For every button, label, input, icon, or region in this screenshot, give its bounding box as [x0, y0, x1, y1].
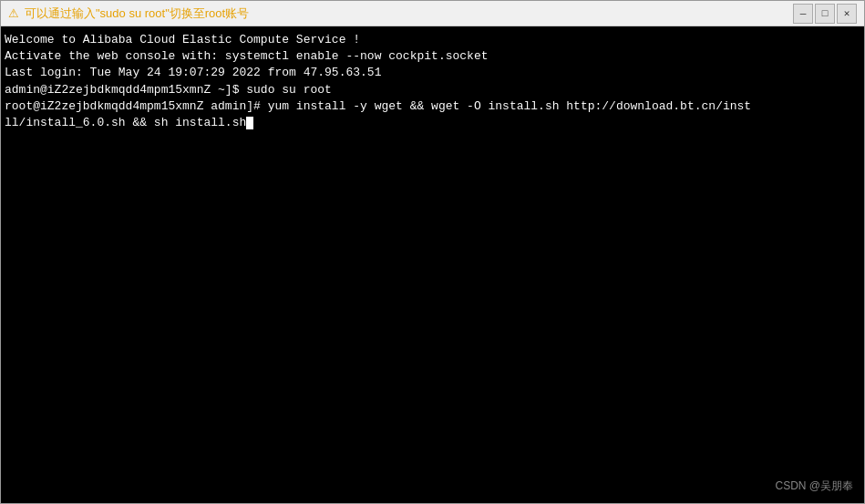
title-bar-controls: — □ ✕ [793, 4, 857, 24]
terminal-line-2: Activate the web console with: systemctl… [5, 48, 860, 65]
terminal-window: ⚠ 可以通过输入"sudo su root"切换至root账号 — □ ✕ We… [0, 0, 865, 504]
maximize-button[interactable]: □ [815, 4, 835, 24]
title-bar: ⚠ 可以通过输入"sudo su root"切换至root账号 — □ ✕ [1, 1, 864, 26]
minimize-button[interactable]: — [793, 4, 813, 24]
terminal-line-6: root@iZ2zejbdkmqdd4mpm15xmnZ admin]# yum… [5, 98, 860, 115]
title-bar-left: ⚠ 可以通过输入"sudo su root"切换至root账号 [8, 5, 249, 22]
terminal-area[interactable]: Welcome to Alibaba Cloud Elastic Compute… [1, 26, 864, 503]
close-button[interactable]: ✕ [837, 4, 857, 24]
terminal-line-7: ll/install_6.0.sh && sh install.sh [5, 115, 860, 131]
warning-text: 可以通过输入"sudo su root"切换至root账号 [25, 5, 249, 22]
terminal-line-1: Welcome to Alibaba Cloud Elastic Compute… [5, 32, 860, 48]
terminal-line-4: Last login: Tue May 24 19:07:29 2022 fro… [5, 65, 860, 81]
watermark: CSDN @吴朋奉 [775, 478, 853, 494]
warning-icon: ⚠ [8, 6, 19, 20]
terminal-line-5: admin@iZ2zejbdkmqdd4mpm15xmnZ ~]$ sudo s… [5, 82, 860, 98]
terminal-cursor [246, 117, 253, 129]
